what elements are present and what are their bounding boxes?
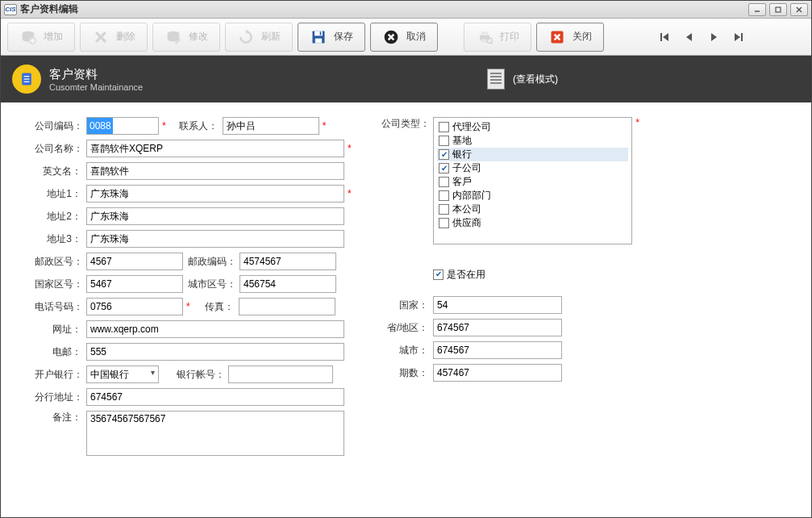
company-type-list[interactable]: 代理公司基地银行子公司客戶内部部门本公司供应商: [433, 117, 632, 244]
label-company-code: 公司编码：: [35, 119, 81, 133]
required-mark: *: [323, 120, 327, 132]
record-nav: [657, 29, 746, 45]
phone-field[interactable]: [86, 298, 183, 315]
label-zone-no: 邮政区号：: [35, 255, 81, 269]
in-use-checkbox[interactable]: [433, 269, 443, 280]
cancel-label: 取消: [406, 30, 426, 44]
checkbox-icon[interactable]: [439, 177, 449, 187]
label-addr2: 地址2：: [35, 210, 81, 223]
save-label: 保存: [334, 30, 353, 44]
province-field[interactable]: [433, 319, 562, 336]
view-mode-label: (查看模式): [513, 73, 558, 86]
city-field[interactable]: [433, 341, 562, 359]
country-field[interactable]: [433, 296, 562, 314]
header-title: 客户资料: [49, 67, 143, 82]
required-mark: *: [635, 117, 639, 128]
save-button[interactable]: 保存: [298, 23, 365, 52]
zone-no-field[interactable]: [86, 253, 183, 270]
label-post-code: 邮政编码：: [188, 255, 235, 269]
maximize-button[interactable]: [769, 3, 787, 16]
print-button[interactable]: 打印: [464, 23, 531, 52]
company-type-item[interactable]: 供应商: [437, 216, 628, 230]
print-label: 打印: [500, 30, 519, 44]
refresh-label: 刷新: [261, 30, 281, 44]
svg-line-22: [491, 42, 493, 44]
company-name-field[interactable]: [86, 140, 344, 157]
modify-button[interactable]: 修改: [152, 23, 220, 52]
svg-rect-26: [660, 33, 662, 41]
company-type-label: 代理公司: [452, 120, 491, 134]
label-bank: 开户银行：: [35, 368, 81, 382]
contact-field[interactable]: [223, 117, 319, 135]
company-type-item[interactable]: 代理公司: [437, 120, 628, 134]
company-type-item[interactable]: 内部部门: [437, 189, 628, 203]
required-mark: *: [348, 188, 352, 199]
label-addr1: 地址1：: [35, 187, 81, 201]
nav-prev-button[interactable]: [681, 29, 697, 45]
company-type-label: 客戶: [452, 175, 472, 189]
add-icon: [19, 28, 37, 46]
remark-field[interactable]: 35674567567567: [86, 411, 344, 456]
label-company-type: 公司类型：: [381, 117, 428, 131]
label-city-code: 城市区号：: [188, 278, 235, 291]
company-code-field[interactable]: [86, 117, 159, 135]
period-field[interactable]: [433, 364, 562, 382]
checkbox-icon[interactable]: [439, 163, 449, 173]
document-icon: [487, 69, 505, 90]
company-type-item[interactable]: 客戶: [437, 175, 628, 189]
english-name-field[interactable]: [86, 162, 344, 180]
label-country-code: 国家区号：: [35, 278, 81, 291]
city-code-field[interactable]: [239, 275, 336, 293]
company-type-item[interactable]: 本公司: [437, 203, 628, 216]
required-mark: *: [162, 120, 166, 132]
nav-first-button[interactable]: [657, 29, 673, 45]
refresh-button[interactable]: 刷新: [225, 23, 293, 52]
bank-select[interactable]: 中国银行: [86, 366, 159, 383]
checkbox-icon[interactable]: [439, 136, 449, 146]
checkbox-icon[interactable]: [439, 218, 449, 228]
label-company-name: 公司名称：: [35, 142, 81, 156]
page-header: 客户资料 Cusomter Maintainance (查看模式): [1, 56, 811, 102]
email-field[interactable]: [86, 343, 344, 361]
delete-button[interactable]: 删除: [80, 23, 148, 52]
label-country: 国家：: [381, 299, 428, 312]
label-url: 网址：: [35, 323, 81, 336]
url-field[interactable]: [86, 320, 344, 338]
nav-next-button[interactable]: [706, 29, 722, 45]
addr3-field[interactable]: [86, 230, 344, 248]
addr2-field[interactable]: [86, 207, 344, 225]
branch-addr-field[interactable]: [86, 388, 344, 406]
svg-rect-1: [776, 7, 781, 12]
company-type-item[interactable]: 银行: [437, 148, 628, 161]
label-branch-addr: 分行地址：: [35, 391, 81, 404]
nav-last-button[interactable]: [730, 29, 746, 45]
close-label: 关闭: [573, 30, 592, 44]
country-code-field[interactable]: [86, 275, 183, 293]
checkbox-icon[interactable]: [439, 204, 449, 215]
toolbar: 增加 删除 修改 刷新 保存 取消 打印 关闭: [1, 19, 811, 56]
checkbox-icon[interactable]: [439, 122, 449, 132]
label-english-name: 英文名：: [35, 165, 81, 178]
checkbox-icon[interactable]: [439, 149, 449, 160]
svg-rect-19: [481, 31, 488, 35]
delete-icon: [92, 28, 110, 46]
label-fax: 传真：: [187, 300, 234, 314]
close-button[interactable]: [790, 3, 808, 16]
close-icon: [548, 28, 566, 46]
label-bank-acct: 银行帐号：: [177, 368, 223, 382]
addr1-field[interactable]: [86, 185, 344, 203]
company-type-item[interactable]: 基地: [437, 134, 628, 148]
window-title: 客户资料编辑: [20, 2, 748, 16]
cancel-button[interactable]: 取消: [370, 23, 438, 52]
add-button[interactable]: 增加: [7, 23, 75, 52]
company-type-label: 供应商: [452, 216, 481, 230]
add-label: 增加: [44, 30, 63, 44]
label-contact: 联系人：: [171, 119, 218, 133]
minimize-button[interactable]: [748, 3, 766, 16]
checkbox-icon[interactable]: [439, 190, 449, 201]
company-type-item[interactable]: 子公司: [437, 161, 628, 175]
fax-field[interactable]: [239, 298, 335, 315]
bank-acct-field[interactable]: [228, 366, 333, 383]
close-form-button[interactable]: 关闭: [536, 23, 604, 52]
post-code-field[interactable]: [239, 253, 336, 270]
